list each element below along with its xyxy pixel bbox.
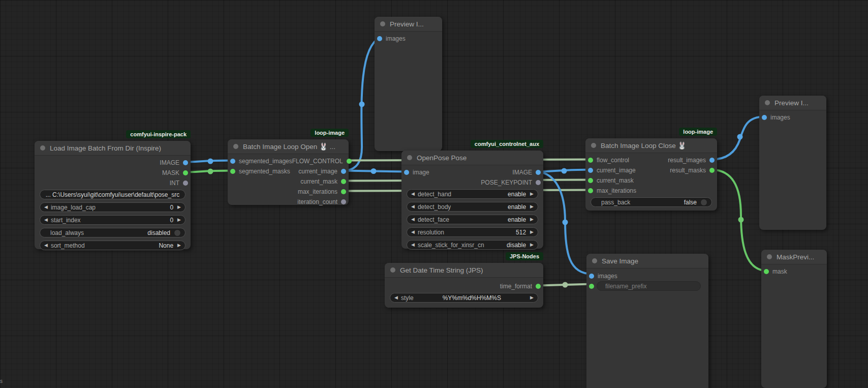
toggle-knob-icon[interactable] bbox=[700, 199, 707, 206]
toggle-knob-icon[interactable] bbox=[174, 229, 181, 236]
node-collapse-dot[interactable] bbox=[390, 267, 395, 273]
node-pack-badge: comfyui-inspire-pack bbox=[126, 130, 191, 138]
increment-arrow-icon[interactable]: ▶ bbox=[530, 204, 534, 209]
reroute-dot bbox=[371, 168, 377, 174]
output-port-pose-keypoint[interactable] bbox=[536, 180, 541, 185]
node-collapse-dot[interactable] bbox=[380, 21, 385, 26]
decrement-arrow-icon[interactable]: ◀ bbox=[411, 243, 415, 247]
node-collapse-dot[interactable] bbox=[767, 254, 772, 259]
increment-arrow-icon[interactable]: ▶ bbox=[177, 218, 181, 222]
input-port-flow-control[interactable] bbox=[588, 158, 593, 163]
increment-arrow-icon[interactable]: ▶ bbox=[530, 230, 534, 234]
increment-arrow-icon[interactable]: ▶ bbox=[177, 243, 181, 248]
decrement-arrow-icon[interactable]: ◀ bbox=[44, 205, 48, 210]
input-port-max-iterations[interactable] bbox=[588, 188, 593, 193]
node-collapse-dot[interactable] bbox=[233, 144, 238, 149]
node-batch-image-loop-close[interactable]: loop-image Batch Image Loop Close 🐰 flow… bbox=[585, 138, 717, 211]
node-batch-image-loop-open[interactable]: loop-image Batch Image Loop Open 🐰 ... s… bbox=[228, 139, 349, 205]
node-collapse-dot[interactable] bbox=[591, 143, 596, 148]
image-load-cap-widget[interactable]: ◀ image_load_cap 0 ▶ bbox=[40, 202, 185, 212]
node-preview-image-top[interactable]: Preview I... images bbox=[375, 17, 442, 151]
slot-label: INT bbox=[170, 180, 179, 187]
decrement-arrow-icon[interactable]: ◀ bbox=[411, 230, 415, 234]
node-load-image-batch[interactable]: comfyui-inspire-pack Load Image Batch Fr… bbox=[35, 141, 191, 249]
output-port-int[interactable] bbox=[183, 181, 188, 186]
decrement-arrow-icon[interactable]: ◀ bbox=[411, 217, 415, 222]
node-titlebar[interactable]: Load Image Batch From Dir (Inspire) bbox=[35, 141, 191, 156]
input-port-images[interactable] bbox=[589, 274, 594, 279]
node-collapse-dot[interactable] bbox=[40, 145, 45, 151]
input-port-segmented-images[interactable] bbox=[230, 159, 235, 164]
node-save-image[interactable]: Save Image images filename_prefix bbox=[586, 254, 708, 388]
node-get-date-time-string[interactable]: JPS-Nodes Get Date Time String (JPS) tim… bbox=[385, 263, 543, 308]
load-always-toggle[interactable]: load_always disabled bbox=[40, 228, 185, 237]
node-titlebar[interactable]: Get Date Time String (JPS) bbox=[385, 263, 543, 278]
pass-back-toggle[interactable]: pass_back false bbox=[591, 197, 712, 207]
widget-value: enable bbox=[508, 216, 526, 223]
output-port-result-images[interactable] bbox=[709, 158, 715, 163]
slot-label: POSE_KEYPOINT bbox=[481, 179, 532, 186]
increment-arrow-icon[interactable]: ▶ bbox=[530, 192, 534, 196]
node-collapse-dot[interactable] bbox=[407, 155, 412, 160]
input-port-image[interactable] bbox=[404, 170, 409, 175]
output-port-result-masks[interactable] bbox=[709, 168, 715, 173]
input-port-current-mask[interactable] bbox=[588, 178, 593, 183]
node-collapse-dot[interactable] bbox=[592, 258, 597, 263]
sort-method-widget[interactable]: ◀ sort_method None ▶ bbox=[40, 241, 185, 250]
detect-face-widget[interactable]: ◀ detect_face enable ▶ bbox=[407, 215, 538, 224]
node-collapse-dot[interactable] bbox=[765, 100, 770, 105]
increment-arrow-icon[interactable]: ▶ bbox=[177, 205, 181, 210]
node-pack-badge: JPS-Nodes bbox=[506, 252, 543, 260]
output-port-flow-control[interactable] bbox=[347, 159, 352, 164]
node-titlebar[interactable]: Preview I... bbox=[375, 17, 442, 32]
start-index-widget[interactable]: ◀ start_index 0 ▶ bbox=[40, 215, 185, 225]
node-titlebar[interactable]: OpenPose Pose bbox=[401, 151, 543, 165]
node-titlebar[interactable]: MaskPrevi... bbox=[761, 250, 827, 264]
node-preview-image-right[interactable]: Preview I... images bbox=[759, 96, 826, 230]
node-mask-preview[interactable]: MaskPrevi... mask bbox=[761, 250, 827, 388]
detect-hand-widget[interactable]: ◀ detect_hand enable ▶ bbox=[407, 189, 538, 199]
style-widget[interactable]: ◀ style %Y%m%d%H%M%S ▶ bbox=[390, 293, 538, 303]
node-graph-canvas[interactable]: Preview I... images comfyui-inspire-pack… bbox=[0, 0, 868, 388]
directory-path-widget[interactable]: ... C:\Users\syui\git\comfyui\user\defau… bbox=[40, 190, 185, 199]
node-titlebar[interactable]: Batch Image Loop Open 🐰 ... bbox=[228, 139, 349, 154]
resolution-widget[interactable]: ◀ resolution 512 ▶ bbox=[407, 227, 538, 237]
increment-arrow-icon[interactable]: ▶ bbox=[530, 243, 534, 247]
input-port-current-image[interactable] bbox=[588, 168, 593, 173]
decrement-arrow-icon[interactable]: ◀ bbox=[411, 204, 415, 209]
node-title: OpenPose Pose bbox=[417, 154, 467, 162]
output-port-mask[interactable] bbox=[183, 170, 188, 175]
node-openpose-pose[interactable]: comfyui_controlnet_aux OpenPose Pose ima… bbox=[401, 151, 543, 249]
decrement-arrow-icon[interactable]: ◀ bbox=[44, 218, 48, 222]
input-port-images[interactable] bbox=[377, 36, 382, 41]
increment-arrow-icon[interactable]: ▶ bbox=[530, 217, 534, 222]
decrement-arrow-icon[interactable]: ◀ bbox=[394, 295, 398, 300]
output-port-image[interactable] bbox=[536, 170, 541, 175]
output-port-max-iterations[interactable] bbox=[341, 189, 346, 194]
slot-label: result_images bbox=[668, 157, 706, 164]
reroute-dot bbox=[563, 220, 568, 225]
node-titlebar[interactable]: Preview I... bbox=[759, 96, 826, 110]
input-port-mask[interactable] bbox=[764, 269, 769, 274]
slot-label: MASK bbox=[162, 169, 179, 176]
input-port-segmented-masks[interactable] bbox=[230, 169, 235, 174]
output-port-current-image[interactable] bbox=[341, 169, 346, 174]
decrement-arrow-icon[interactable]: ◀ bbox=[44, 243, 48, 248]
detect-body-widget[interactable]: ◀ detect_body enable ▶ bbox=[407, 202, 538, 212]
node-title: MaskPrevi... bbox=[777, 253, 814, 261]
slot-label: FLOW_CONTROL bbox=[292, 158, 343, 165]
node-titlebar[interactable]: Save Image bbox=[586, 254, 708, 268]
input-port-filename-prefix[interactable] bbox=[589, 284, 594, 289]
slot-label: segmented_images bbox=[239, 158, 292, 165]
output-port-current-mask[interactable] bbox=[341, 179, 346, 184]
output-port-image[interactable] bbox=[183, 160, 188, 165]
output-port-iteration-count[interactable] bbox=[341, 199, 346, 204]
increment-arrow-icon[interactable]: ▶ bbox=[530, 295, 534, 300]
decrement-arrow-icon[interactable]: ◀ bbox=[411, 192, 415, 196]
node-titlebar[interactable]: Batch Image Loop Close 🐰 bbox=[585, 138, 717, 153]
widget-label: detect_face bbox=[418, 216, 449, 223]
scale-stick-widget[interactable]: ◀ scale_stick_for_xinsr_cn disable ▶ bbox=[407, 240, 538, 250]
input-port-images[interactable] bbox=[762, 115, 767, 120]
filename-prefix-input[interactable]: filename_prefix bbox=[597, 281, 701, 291]
output-port-time-format[interactable] bbox=[536, 284, 541, 289]
